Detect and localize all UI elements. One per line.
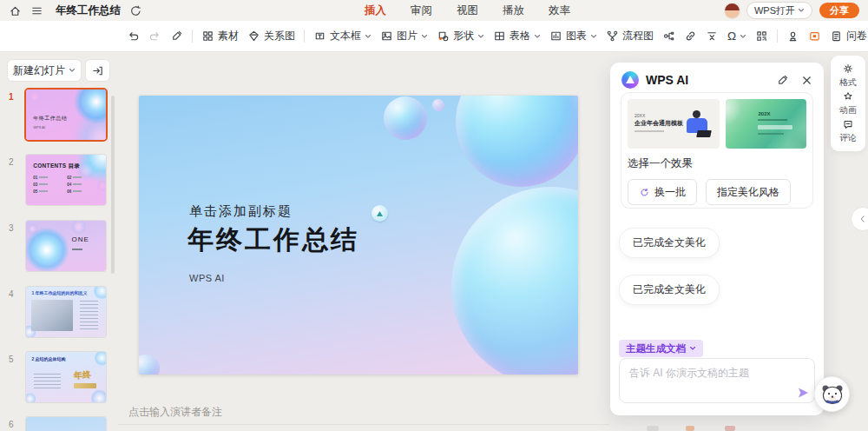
send-icon[interactable] [796,386,810,400]
template-year: 20XX [635,113,645,118]
shape-button[interactable]: 形状 [437,29,484,43]
chevron-down-icon [740,33,746,40]
close-icon[interactable] [800,74,813,87]
tab-insert[interactable]: 插入 [365,3,386,18]
wps-open-button[interactable]: WPS打开 [746,2,812,19]
ai-effect-card: 20XX 企业年会通用模板 202X 选择一个效果 换一批 指定美化风格 [621,92,813,209]
chart-button[interactable]: 图表 [549,29,597,43]
beautify-brush-icon[interactable] [776,74,789,87]
flowchart-label: 流程图 [622,29,654,43]
slide-subtitle-placeholder[interactable]: 单击添加副标题 [189,203,293,220]
home-icon[interactable] [9,4,22,17]
status-chip[interactable]: 已完成全文美化 [619,275,720,305]
thumbnail-accent-text: 年终 [74,368,92,381]
ai-assistant-mascot[interactable] [814,376,850,412]
undo-button[interactable] [127,30,140,43]
ai-beautify-bubble-icon[interactable] [372,205,388,222]
bubble-decoration [139,355,160,375]
menu-icon[interactable] [30,4,43,17]
qrcode-icon[interactable] [755,30,768,43]
slide-panel-scrollbar[interactable] [111,96,115,274]
slide-thumbnail-2[interactable]: CONTENTS 目录 01 02 03 04 05 06 [26,155,106,205]
slide-thumbnail-6[interactable] [26,417,106,431]
illustration-laptop [697,130,713,137]
collapse-panel-button[interactable] [851,207,868,231]
shape-label: 形状 [453,29,474,43]
gear-icon [842,63,854,75]
relation-diagram-button[interactable]: 关系图 [247,29,295,43]
share-button[interactable]: 分享 [819,3,859,18]
shape-icon [437,30,450,43]
new-slide-button[interactable]: 新建幻灯片 [7,59,82,82]
rail-item-animation[interactable]: 动画 [839,90,857,116]
mode-chip-label: 主题生成文档 [626,342,686,355]
material-button[interactable]: 素材 [201,29,239,43]
toc-item: 05 [33,189,62,194]
refresh-batch-button[interactable]: 换一批 [628,179,697,205]
template-name: 企业年会通用模板 [635,119,683,128]
formula-icon[interactable] [706,30,719,43]
format-painter-icon[interactable] [170,30,183,43]
slide-canvas[interactable]: 单击添加副标题 年终工作总结 WPS AI [139,96,578,375]
toc-item: 01 [33,176,62,180]
rail-item-format[interactable]: 格式 [839,63,857,89]
toc-item: 06 [67,189,95,194]
tab-review[interactable]: 审阅 [411,3,432,18]
template-thumbnail-left[interactable]: 20XX 企业年会通用模板 [628,99,720,149]
tab-efficiency[interactable]: 效率 [549,3,570,18]
tab-view[interactable]: 视图 [457,3,478,18]
thumbnail-heading: 1 年终工作总结的目的和意义 [31,290,87,295]
slide-thumbnail-4[interactable]: 1 年终工作总结的目的和意义 [26,287,106,337]
table-label: 表格 [510,29,530,43]
table-button[interactable]: 表格 [493,29,541,43]
import-slide-button[interactable] [85,59,110,82]
image-icon [380,30,393,43]
template-year: 202X [758,111,770,116]
user-avatar[interactable] [725,3,740,18]
slide-thumbnail-3[interactable]: ONE [26,221,106,271]
statusbar-fragment [647,426,659,431]
slide-thumbnail-1[interactable]: 年终工作总结 WPS AI [26,90,106,140]
image-button[interactable]: 图片 [380,29,428,43]
template-thumbnail-right[interactable]: 202X [726,99,806,149]
symbol-button[interactable]: Ω [727,30,746,43]
wps-open-label: WPS打开 [754,4,795,17]
thumbnail-textblock [77,297,102,333]
slide-thumbnail-5[interactable]: 2 总结的总体结构 年终 [26,352,106,402]
ai-panel-header: WPS AI [621,70,813,90]
redo-button[interactable] [148,30,161,43]
set-style-button[interactable]: 指定美化风格 [706,179,791,205]
comment-icon [842,118,854,130]
sync-icon[interactable] [129,4,142,17]
textbox-button[interactable]: 文本框 [313,29,372,43]
titlebar: 年终工作总结 插入 审阅 视图 播放 效率 WPS打开 分享 [0,0,868,21]
wps-ai-panel: WPS AI 20XX 企业年会通用模板 202X 选择一个效果 [610,63,824,415]
material-icon [201,30,214,43]
tab-play[interactable]: 播放 [503,3,524,18]
flowchart-button[interactable]: 流程图 [606,29,654,43]
chevron-down-icon [69,67,76,74]
status-chip[interactable]: 已完成全文美化 [619,228,720,258]
slide-title-text[interactable]: 年终工作总结 [187,222,359,258]
chevron-down-icon [365,33,372,40]
thumbnail-decoration [74,383,96,388]
template-decoration [758,133,784,135]
slide-number: 4 [9,289,14,299]
link-icon[interactable] [684,30,697,43]
ai-topic-input[interactable] [619,358,815,403]
redpacket-icon[interactable] [808,30,821,43]
flowchart-icon [606,30,619,43]
survey-button[interactable]: 问卷 [830,29,867,43]
slide-number: 1 [9,92,14,102]
toolbar-divider [777,30,778,43]
mode-chip-generate-doc[interactable]: 主题生成文档 [619,340,703,357]
thumbnail-decoration [72,249,82,250]
chevron-down-icon [689,345,696,352]
stamp-icon[interactable] [786,30,799,43]
slide-number: 6 [9,420,14,429]
slide-byline-text[interactable]: WPS AI [189,273,225,283]
mindmap-icon[interactable] [662,30,675,43]
refresh-icon [639,187,650,198]
rail-item-comment[interactable]: 评论 [839,118,857,144]
speaker-notes-placeholder[interactable]: 点击输入演讲者备注 [128,405,222,420]
